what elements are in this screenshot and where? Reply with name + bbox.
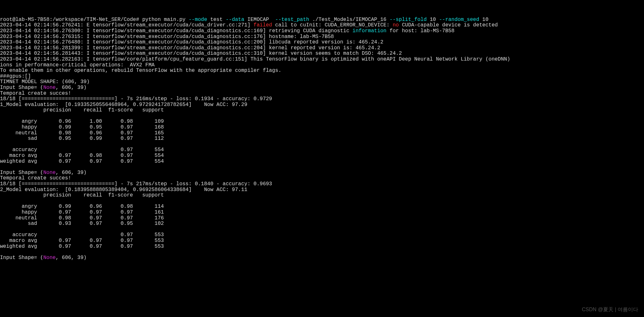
temporal-create: Temporal create succes! [0,91,71,96]
error-token: failed [253,22,272,28]
input-shape: Input Shape= ( [0,255,43,261]
temporal-create: Temporal create succes! [0,175,71,181]
report-row: happy 0.99 0.95 0.97 168 [0,124,164,130]
report-row: neutral 0.98 0.96 0.97 165 [0,130,164,136]
eval-line: 2_Model evaluation: [0.18395888805389404… [0,187,247,193]
progress-bar: 18/18 [==============================] -… [0,96,272,102]
log-line: 2023-04-14 02:14:56.276241: E tensorflow… [0,22,253,28]
log-line: To enable them in other operations, rebu… [0,68,281,73]
input-shape: Input Shape= ( [0,85,43,91]
report-macro: macro avg 0.97 0.98 0.97 554 [0,153,164,158]
terminal-output[interactable]: root@lab-MS-7B58:/workspace/TIM-Net_SER/… [0,17,644,261]
shell-prompt: root@lab-MS-7B58:/workspace/TIM-Net_SER/… [0,17,142,23]
log-line: 2023-04-14 02:14:56.276300: I tensorflow… [0,28,353,34]
report-row: angry 0.96 1.00 0.98 109 [0,119,164,124]
none-token: None [43,255,55,261]
report-weighted: weighted avg 0.97 0.97 0.97 554 [0,158,164,164]
progress-bar: 18/18 [==============================] -… [0,181,272,187]
log-line: ions in performance-critical operations:… [0,62,155,68]
report-row: neutral 0.98 0.97 0.97 176 [0,215,164,221]
report-row: happy 0.97 0.97 0.97 161 [0,209,164,215]
report-header: precision recall f1-score support [0,192,164,198]
cmd: python main.py [142,17,189,23]
report-accuracy: accuracy 0.97 553 [0,232,164,238]
flag-mode: --mode [189,17,207,23]
report-accuracy: accuracy 0.97 554 [0,147,164,153]
log-line: 2023-04-14 02:14:56.281443: I tensorflow… [0,51,402,56]
eval-line: 1_Model evaluation: [0.19335250556468964… [0,102,247,108]
flag-random-seed: --random_seed [439,17,479,23]
none-token: None [43,170,55,176]
report-row: angry 0.99 0.96 0.98 114 [0,204,164,209]
report-row: sad 0.93 0.97 0.95 102 [0,221,164,226]
log-line: 2023-04-14 02:14:56.276315: I tensorflow… [0,34,334,40]
report-header: precision recall f1-score support [0,107,164,113]
info-token: information [353,28,387,34]
log-line: 2023-04-14 02:14:56.281399: I tensorflow… [0,45,380,51]
flag-split-fold: --split_fold [390,17,427,23]
report-row: sad 0.95 0.99 0.97 112 [0,136,164,141]
flag-test-path: --test_path [275,17,309,23]
report-macro: macro avg 0.97 0.97 0.97 553 [0,238,164,244]
report-weighted: weighted avg 0.97 0.97 0.97 553 [0,244,164,249]
error-token: no [393,22,399,28]
input-shape: Input Shape= ( [0,170,43,176]
model-shape: TIMNET MODEL SHAPE: (606, 39) [0,79,90,85]
flag-data: --data [226,17,244,23]
gpus-line: ###gpus:[] [0,73,31,79]
none-token: None [43,85,55,91]
log-line: 2023-04-14 02:14:56.282163: I tensorflow… [0,56,513,62]
log-line: 2023-04-14 02:14:56.276480: I tensorflow… [0,39,384,45]
watermark: CSDN @夏天 | 여름이다 [582,307,638,312]
